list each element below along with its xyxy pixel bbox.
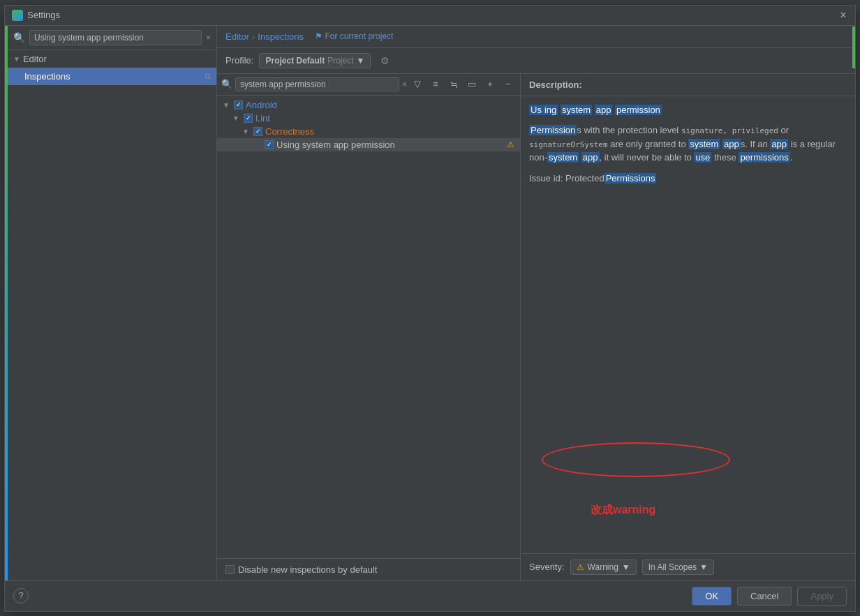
- highlight-use: use: [694, 152, 711, 163]
- highlight-permissions: Permission: [529, 125, 577, 135]
- tree-item-correctness[interactable]: ▼ Correctness: [217, 125, 520, 138]
- right-header: Editor › Inspections ⚑ For current proje…: [217, 26, 855, 48]
- tree-search-input[interactable]: [235, 77, 399, 91]
- disable-inspections-label: Disable new inspections by default: [225, 564, 377, 575]
- severity-label: Severity:: [529, 562, 565, 572]
- cancel-button[interactable]: Cancel: [737, 587, 792, 606]
- sidebar-item-label: Editor: [23, 54, 47, 64]
- profile-dropdown[interactable]: Project Default Project ▼: [259, 53, 371, 68]
- arrow-icon: ▼: [242, 128, 251, 135]
- desc-title-highlight-2: ing: [543, 105, 558, 115]
- highlight-system-2: system: [547, 152, 579, 163]
- settings-dialog: Settings × 🔍 × ▼ Editor Inspections ⧉: [4, 5, 856, 612]
- help-button[interactable]: ?: [13, 588, 29, 603]
- breadcrumb-sep: ›: [252, 31, 255, 42]
- severity-dropdown[interactable]: ⚠ Warning ▼: [570, 559, 637, 575]
- severity-row: Severity: ⚠ Warning ▼ In All Scopes ▼: [521, 553, 855, 580]
- remove-button[interactable]: −: [501, 77, 516, 92]
- highlight-permissions-2: permissions: [739, 152, 789, 163]
- green-accent-bar: [852, 27, 855, 68]
- close-button[interactable]: ×: [838, 10, 848, 20]
- tree-item-using-system-app[interactable]: Using system app permission ⚠: [217, 138, 520, 151]
- app-icon: [12, 10, 23, 21]
- sidebar-search-area: 🔍 ×: [8, 26, 216, 50]
- add-button[interactable]: +: [482, 77, 498, 92]
- sidebar: 🔍 × ▼ Editor Inspections ⧉: [8, 26, 217, 580]
- copy-icon: ⧉: [205, 71, 211, 81]
- desc-header: Description:: [521, 74, 855, 96]
- ok-button[interactable]: OK: [692, 587, 732, 606]
- inspections-area: 🔍 × ▽ ≡ ≒ ▭ + − ▼: [217, 74, 855, 580]
- warning-icon: ⚠: [507, 140, 514, 149]
- sidebar-item-inspections[interactable]: Inspections ⧉: [8, 68, 216, 85]
- profile-toolbar: Profile: Project Default Project ▼ ⚙: [217, 48, 855, 74]
- desc-title-highlight-5: permission: [615, 105, 662, 115]
- breadcrumb: Editor › Inspections: [225, 31, 304, 42]
- tree-panel: 🔍 × ▽ ≡ ≒ ▭ + − ▼: [217, 74, 521, 580]
- expand-button[interactable]: ≡: [428, 77, 443, 92]
- bottom-panel: Disable new inspections by default: [217, 558, 520, 580]
- lint-checkbox[interactable]: [244, 114, 253, 123]
- sidebar-item-editor[interactable]: ▼ Editor: [8, 50, 216, 68]
- correctness-label: Correctness: [265, 126, 514, 137]
- gear-button[interactable]: ⚙: [376, 52, 393, 69]
- tree-item-lint[interactable]: ▼ Lint: [217, 112, 520, 125]
- sidebar-search-clear[interactable]: ×: [206, 33, 211, 43]
- profile-name: Project Default: [265, 56, 325, 66]
- sidebar-item-label: Inspections: [24, 71, 71, 82]
- scope-dropdown[interactable]: In All Scopes ▼: [642, 559, 714, 575]
- disable-inspections-checkbox[interactable]: [225, 565, 235, 574]
- warning-triangle-icon: ⚠: [577, 562, 584, 572]
- desc-title-highlight-1: Us: [529, 105, 543, 115]
- scope-value: In All Scopes: [648, 562, 697, 572]
- for-current-project-link[interactable]: ⚑ For current project: [315, 31, 393, 41]
- severity-value: Warning: [588, 562, 618, 572]
- sidebar-search-input[interactable]: [29, 30, 202, 45]
- rect-button[interactable]: ▭: [464, 77, 480, 92]
- android-label: Android: [246, 100, 514, 110]
- desc-body: Using system app permission Permissions …: [521, 96, 855, 553]
- dropdown-arrow-icon: ▼: [357, 56, 365, 66]
- tree-content: ▼ Android ▼ Lint ▼: [217, 96, 520, 558]
- highlight-permissions-3: Permissions: [605, 173, 657, 183]
- system-app-checkbox[interactable]: [265, 140, 274, 149]
- code-signature-privileged: signature, privileged: [681, 126, 778, 135]
- breadcrumb-editor[interactable]: Editor: [225, 31, 249, 42]
- filter-button[interactable]: ▽: [410, 77, 425, 92]
- profile-sub: Project: [327, 56, 353, 66]
- apply-button[interactable]: Apply: [797, 587, 847, 606]
- desc-title-highlight-4: app: [595, 105, 613, 115]
- main-content: 🔍 × ▼ Editor Inspections ⧉: [5, 26, 855, 580]
- highlight-app-2: app: [770, 139, 788, 149]
- highlight-system-1: system: [688, 139, 720, 149]
- profile-label: Profile:: [225, 55, 253, 66]
- system-app-label: Using system app permission: [276, 140, 504, 150]
- lint-label: Lint: [255, 113, 514, 123]
- arrow-icon: ▼: [13, 55, 20, 63]
- disable-inspections-text: Disable new inspections by default: [238, 564, 377, 575]
- desc-panel: Description: Using system app permission…: [521, 74, 855, 580]
- correctness-checkbox[interactable]: [253, 127, 262, 136]
- dialog-title: Settings: [27, 10, 838, 20]
- arrow-icon: ▼: [223, 101, 231, 109]
- highlight-apps-1: app: [722, 139, 741, 149]
- scope-dropdown-icon: ▼: [699, 562, 708, 572]
- android-checkbox[interactable]: [234, 100, 243, 110]
- desc-issue-id: Issue id: ProtectedPermissions: [529, 172, 847, 186]
- tree-item-android[interactable]: ▼ Android: [217, 98, 520, 112]
- code-signature-or-system: signatureOrSystem: [529, 140, 608, 149]
- title-bar: Settings ×: [5, 6, 855, 26]
- severity-dropdown-icon: ▼: [622, 562, 630, 572]
- tree-search-clear[interactable]: ×: [402, 80, 407, 89]
- right-panel: Editor › Inspections ⚑ For current proje…: [217, 26, 855, 580]
- desc-paragraph-1: Permissions with the protection level si…: [529, 123, 847, 165]
- breadcrumb-inspections[interactable]: Inspections: [258, 31, 304, 42]
- desc-title-highlight-3: system: [561, 105, 592, 115]
- sidebar-nav: ▼ Editor Inspections ⧉: [8, 50, 216, 580]
- highlight-app-3: app: [581, 152, 600, 163]
- footer: ? OK Cancel Apply: [5, 580, 855, 611]
- tree-toolbar: 🔍 × ▽ ≡ ≒ ▭ + −: [217, 74, 520, 96]
- tree-search-icon: 🔍: [221, 79, 232, 89]
- arrow-icon: ▼: [232, 114, 241, 122]
- collapse-button[interactable]: ≒: [446, 77, 461, 92]
